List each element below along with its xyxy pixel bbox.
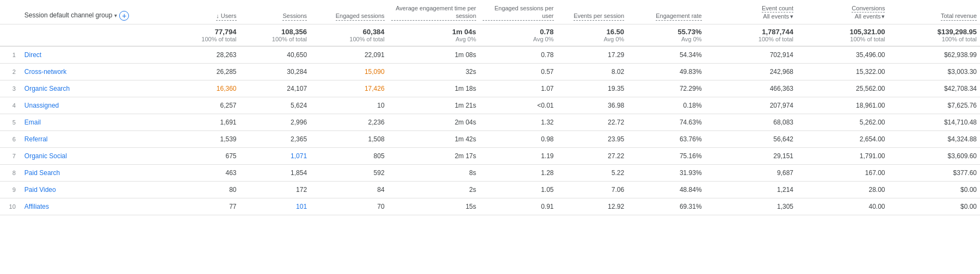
row-label[interactable]: Paid Video <box>21 181 162 198</box>
totals-index <box>0 24 21 46</box>
totals-dimension <box>21 24 162 46</box>
dimension-dropdown-icon[interactable]: ▾ <box>114 12 117 19</box>
header-total-revenue[interactable]: Total revenue <box>888 0 980 24</box>
row-event-count: 29,151 <box>705 147 797 164</box>
row-events-per-session: 7.06 <box>557 181 628 198</box>
row-index: 10 <box>0 198 21 215</box>
header-events-per-session[interactable]: Events per session <box>557 0 628 24</box>
row-engagement-rate: 63.76% <box>627 130 705 147</box>
row-total-revenue: $14,710.48 <box>888 114 980 130</box>
event-count-filter[interactable]: All events ▾ <box>763 13 793 20</box>
avg-engagement-sort[interactable]: Average engagement time per session <box>391 4 476 21</box>
row-sessions: 2,365 <box>240 130 311 147</box>
row-engaged-sessions: 84 <box>310 181 388 198</box>
row-index: 1 <box>0 46 21 64</box>
sessions-sort[interactable]: Sessions <box>282 12 307 20</box>
row-event-count: 702,914 <box>705 46 797 64</box>
row-sessions: 24,107 <box>240 80 311 97</box>
engaged-sessions-sort[interactable]: Engaged sessions <box>336 12 385 20</box>
engaged-per-user-sort[interactable]: Engaged sessions per user <box>483 4 554 21</box>
row-sessions: 1,854 <box>240 164 311 181</box>
table-row: 3 Organic Search 16,360 24,107 17,426 1m… <box>0 80 980 97</box>
row-engaged-per-user: 0.57 <box>479 63 557 80</box>
conversions-sort[interactable]: Conversions <box>852 4 885 13</box>
header-event-count[interactable]: Event count All events ▾ <box>705 0 797 24</box>
row-label[interactable]: Organic Search <box>21 80 162 97</box>
row-conversions: 1,791.00 <box>797 147 888 164</box>
header-conversions[interactable]: Conversions All events ▾ <box>797 0 888 24</box>
row-users: 26,285 <box>162 63 240 80</box>
header-sessions[interactable]: Sessions <box>240 0 311 24</box>
row-engaged-sessions: 15,090 <box>310 63 388 80</box>
event-count-sort[interactable]: Event count <box>762 4 793 13</box>
row-index: 3 <box>0 80 21 97</box>
row-events-per-session: 27.22 <box>557 147 628 164</box>
row-label[interactable]: Direct <box>21 46 162 64</box>
row-label[interactable]: Organic Social <box>21 147 162 164</box>
header-engaged-per-user[interactable]: Engaged sessions per user <box>479 0 557 24</box>
row-events-per-session: 17.29 <box>557 46 628 64</box>
row-index: 7 <box>0 147 21 164</box>
row-avg-engagement: 2m 04s <box>388 114 479 130</box>
row-engaged-sessions: 2,236 <box>310 114 388 130</box>
row-engaged-per-user: 1.05 <box>479 181 557 198</box>
row-label[interactable]: Referral <box>21 130 162 147</box>
row-users: 77 <box>162 198 240 215</box>
row-label[interactable]: Affiliates <box>21 198 162 215</box>
row-event-count: 1,214 <box>705 181 797 198</box>
row-label[interactable]: Cross-network <box>21 63 162 80</box>
row-users: 80 <box>162 181 240 198</box>
row-avg-engagement: 1m 42s <box>388 130 479 147</box>
row-engaged-per-user: 0.91 <box>479 198 557 215</box>
row-users: 463 <box>162 164 240 181</box>
row-engaged-per-user: <0.01 <box>479 97 557 114</box>
row-conversions: 167.00 <box>797 164 888 181</box>
row-index: 9 <box>0 181 21 198</box>
row-total-revenue: $0.00 <box>888 181 980 198</box>
row-sessions: 2,996 <box>240 114 311 130</box>
header-engagement-rate[interactable]: Engagement rate <box>627 0 705 24</box>
row-sessions: 172 <box>240 181 311 198</box>
row-engagement-rate: 74.63% <box>627 114 705 130</box>
row-label[interactable]: Email <box>21 114 162 130</box>
row-sessions: 101 <box>240 198 311 215</box>
header-engaged-sessions[interactable]: Engaged sessions <box>310 0 388 24</box>
events-per-session-sort[interactable]: Events per session <box>574 12 624 20</box>
row-event-count: 68,083 <box>705 114 797 130</box>
row-users: 6,257 <box>162 97 240 114</box>
totals-event-count: 1,787,744 100% of total <box>705 24 797 46</box>
row-conversions: 40.00 <box>797 198 888 215</box>
row-event-count: 9,687 <box>705 164 797 181</box>
row-label[interactable]: Paid Search <box>21 164 162 181</box>
header-dimension[interactable]: Session default channel group ▾ + <box>21 0 162 24</box>
row-total-revenue: $3,003.30 <box>888 63 980 80</box>
analytics-table: Session default channel group ▾ + ↓ User… <box>0 0 980 215</box>
row-index: 4 <box>0 97 21 114</box>
table-row: 7 Organic Social 675 1,071 805 2m 17s 1.… <box>0 147 980 164</box>
totals-users: 77,794 100% of total <box>162 24 240 46</box>
table-row: 2 Cross-network 26,285 30,284 15,090 32s… <box>0 63 980 80</box>
row-engagement-rate: 72.29% <box>627 80 705 97</box>
users-sort[interactable]: ↓ Users <box>216 12 236 20</box>
row-label[interactable]: Unassigned <box>21 97 162 114</box>
row-avg-engagement: 15s <box>388 198 479 215</box>
table-body: 1 Direct 28,263 40,650 22,091 1m 08s 0.7… <box>0 46 980 215</box>
totals-engaged-per-user: 0.78 Avg 0% <box>479 24 557 46</box>
table-row: 4 Unassigned 6,257 5,624 10 1m 21s <0.01… <box>0 97 980 114</box>
totals-engagement-rate: 55.73% Avg 0% <box>627 24 705 46</box>
row-engaged-per-user: 1.32 <box>479 114 557 130</box>
header-users[interactable]: ↓ Users <box>162 0 240 24</box>
conversions-filter[interactable]: All events ▾ <box>855 13 885 20</box>
totals-avg-engagement: 1m 04s Avg 0% <box>388 24 479 46</box>
add-dimension-button[interactable]: + <box>119 11 129 21</box>
row-index: 6 <box>0 130 21 147</box>
row-conversions: 2,654.00 <box>797 130 888 147</box>
header-avg-engagement[interactable]: Average engagement time per session <box>388 0 479 24</box>
engagement-rate-sort[interactable]: Engagement rate <box>656 12 701 20</box>
totals-engaged-sessions: 60,384 100% of total <box>310 24 388 46</box>
row-engaged-sessions: 10 <box>310 97 388 114</box>
row-index: 2 <box>0 63 21 80</box>
total-revenue-sort[interactable]: Total revenue <box>941 12 977 20</box>
table-totals-row: 77,794 100% of total 108,356 100% of tot… <box>0 24 980 46</box>
conversions-filter-arrow: ▾ <box>882 13 885 20</box>
